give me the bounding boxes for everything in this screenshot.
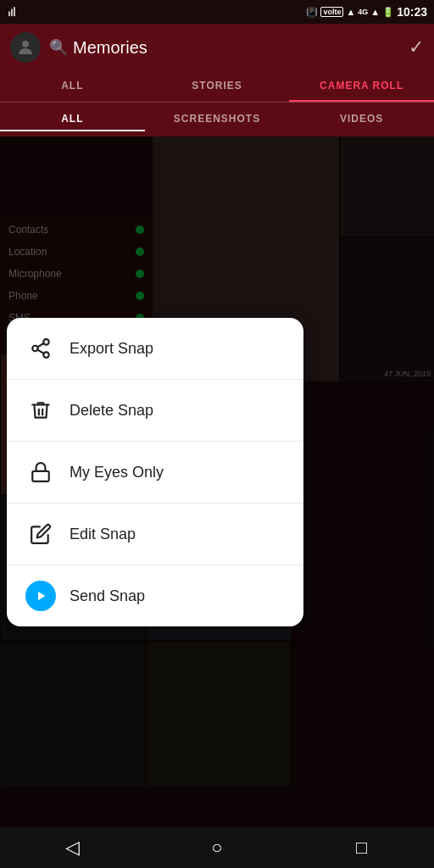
search-area: 🔍 Memories: [49, 38, 409, 58]
svg-point-3: [22, 41, 29, 47]
status-bar: 📳 volte ▲ 4G ▲ 🔋 10:23: [0, 0, 434, 24]
search-icon: 🔍: [49, 38, 68, 57]
send-icon: [25, 581, 56, 611]
status-right: 📳 volte ▲ 4G ▲ 🔋 10:23: [306, 5, 427, 19]
tab2-videos[interactable]: VIDEOS: [289, 108, 434, 131]
menu-item-eyes-only[interactable]: My Eyes Only: [7, 442, 303, 504]
volte-label: volte: [320, 7, 343, 17]
eyes-only-label: My Eyes Only: [70, 464, 164, 481]
battery-icon: 🔋: [382, 7, 394, 18]
edit-label: Edit Snap: [70, 526, 136, 543]
signal-icon: ▲: [346, 7, 355, 17]
recents-button[interactable]: □: [341, 831, 383, 865]
signal2-icon: ▲: [370, 7, 380, 17]
menu-item-edit[interactable]: Edit Snap: [7, 504, 303, 565]
send-icon-circle: [25, 581, 56, 611]
pencil-icon: [25, 519, 56, 549]
bottom-nav: ◁ ○ □: [0, 827, 434, 868]
svg-line-7: [37, 350, 43, 353]
tab-all[interactable]: ALL: [0, 71, 145, 102]
context-menu: Export Snap Delete Snap My Eyes Only: [7, 318, 303, 626]
page-title: Memories: [73, 38, 147, 58]
export-icon: [25, 333, 56, 364]
tabs-row2: ALL SCREENSHOTS VIDEOS: [0, 103, 434, 136]
send-label: Send Snap: [70, 587, 145, 605]
delete-label: Delete Snap: [70, 402, 153, 420]
tab-stories[interactable]: STORIES: [145, 71, 290, 102]
avatar[interactable]: [10, 32, 41, 63]
notification-icon: [7, 4, 22, 19]
tab2-all[interactable]: ALL: [0, 108, 145, 131]
lock-icon: [25, 457, 56, 487]
avatar-icon: [15, 37, 36, 58]
menu-item-send[interactable]: Send Snap: [7, 565, 303, 626]
check-icon[interactable]: ✓: [409, 36, 424, 58]
tab2-screenshots[interactable]: SCREENSHOTS: [145, 108, 290, 131]
svg-rect-9: [32, 471, 49, 481]
tab-camera-roll[interactable]: CAMERA ROLL: [289, 71, 434, 102]
menu-item-export[interactable]: Export Snap: [7, 318, 303, 380]
app-header: 🔍 Memories ✓: [0, 24, 434, 71]
export-label: Export Snap: [70, 340, 153, 358]
svg-rect-0: [8, 11, 10, 16]
tabs-container: ALL STORIES CAMERA ROLL ALL SCREENSHOTS …: [0, 71, 434, 136]
trash-icon: [25, 395, 56, 426]
svg-rect-2: [14, 7, 15, 16]
time-display: 10:23: [397, 5, 427, 19]
svg-rect-1: [11, 8, 13, 16]
tabs-row1: ALL STORIES CAMERA ROLL: [0, 71, 434, 103]
home-button[interactable]: ○: [196, 831, 238, 865]
status-left: [7, 4, 22, 19]
back-button[interactable]: ◁: [51, 831, 93, 865]
menu-item-delete[interactable]: Delete Snap: [7, 380, 303, 442]
network-icon: 4G: [358, 8, 368, 16]
svg-line-8: [37, 343, 43, 347]
vibrate-icon: 📳: [306, 7, 318, 18]
